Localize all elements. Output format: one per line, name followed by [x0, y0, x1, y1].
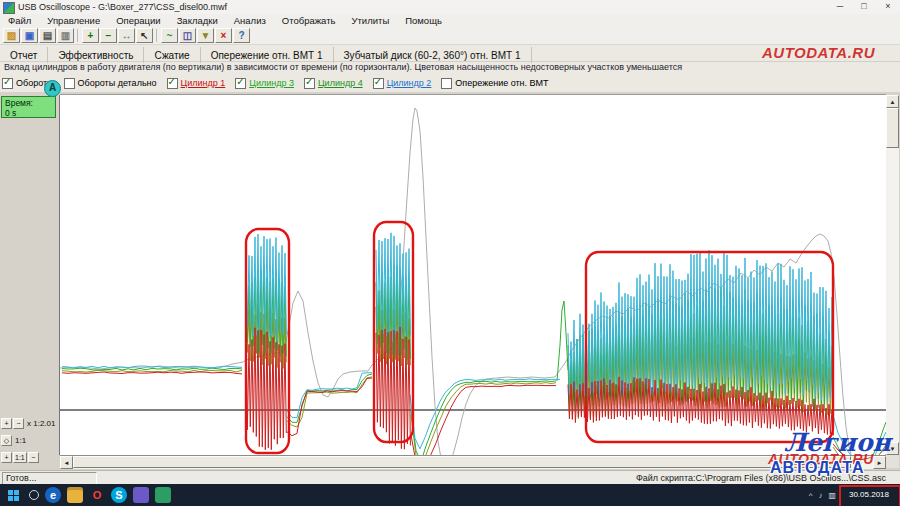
volume-icon[interactable]: ♪	[818, 491, 822, 500]
open-button[interactable]: ▨	[3, 28, 20, 43]
checkbox-cyl1[interactable]: ✓	[167, 78, 178, 89]
filter-advance[interactable]: Опережение отн. ВМТ	[441, 78, 548, 89]
horizontal-scrollbar[interactable]: ◄ ►	[60, 455, 886, 469]
filter-cyl2[interactable]: ✓Цилиндр 2	[373, 78, 432, 89]
close-button[interactable]: ×	[876, 0, 900, 14]
tray-expand-icon[interactable]: ^	[809, 491, 813, 500]
filter-label-cyl2: Цилиндр 2	[387, 78, 432, 88]
explorer-icon[interactable]	[67, 487, 83, 503]
zoom-row-0: +−x 1:2.01	[1, 416, 59, 431]
zoom-out-button[interactable]: −	[100, 28, 117, 43]
cursor-button[interactable]: ↖	[136, 28, 153, 43]
open-icon: ▨	[7, 30, 16, 41]
zoom-controls: +−x 1:2.01◇1:1+1:1−	[1, 416, 59, 467]
chart-button[interactable]: ~	[161, 28, 178, 43]
checkbox-rpm[interactable]: ✓	[2, 78, 13, 89]
legend-filter-row: ✓ОборотыОбороты детально✓Цилиндр 1✓Цилин…	[2, 74, 898, 92]
scale-mode-button[interactable]: ◇	[1, 435, 12, 446]
zoom-in-icon: +	[88, 30, 94, 41]
app-icon-1[interactable]	[133, 487, 149, 503]
zoom-row-label: 1:1	[15, 436, 26, 445]
filter-cyl4[interactable]: ✓Цилиндр 4	[304, 78, 363, 89]
scroll-left-button[interactable]: ◄	[60, 456, 73, 469]
waveform-plot[interactable]	[60, 95, 886, 455]
save-icon: ▣	[25, 30, 34, 41]
taskbar-app-icons: eOS	[42, 487, 174, 503]
filter-rpm-detail[interactable]: Обороты детально	[64, 78, 157, 89]
marker-badge: A	[44, 80, 61, 97]
checkbox-cyl3[interactable]: ✓	[235, 78, 246, 89]
menu-file[interactable]: Файл	[0, 14, 39, 27]
trace-1	[62, 370, 242, 372]
tabs-row: ОтчетЭффективностьСжатиеОпережение отн. …	[0, 45, 900, 62]
minimize-button[interactable]: ─	[828, 0, 852, 14]
window-title: USB Oscilloscope - G:\Boxer_277\CSS_dise…	[18, 0, 227, 14]
print-button[interactable]: ▤	[39, 28, 56, 43]
windows-logo-icon	[8, 490, 19, 501]
zoom-x-in-button[interactable]: +	[1, 418, 12, 429]
menu-display[interactable]: Отображать	[274, 14, 344, 27]
menu-analysis[interactable]: Анализ	[226, 14, 274, 27]
horizontal-scroll-thumb[interactable]	[73, 456, 851, 468]
grid-button[interactable]: ◫	[179, 28, 196, 43]
network-icon[interactable]: ▥	[828, 491, 836, 500]
filter-label-rpm-detail: Обороты детально	[78, 78, 157, 88]
menu-bar: ФайлУправлениеОперацииЗакладкиАнализОтоб…	[0, 14, 900, 27]
copy-icon: ▥	[61, 30, 70, 41]
application-window: USB Oscilloscope - G:\Boxer_277\CSS_dise…	[0, 0, 900, 506]
grid-icon: ◫	[183, 30, 192, 41]
skype-icon[interactable]: S	[111, 487, 127, 503]
start-button[interactable]	[0, 484, 26, 506]
checkbox-rpm-detail[interactable]	[64, 78, 75, 89]
description-text: Вклад цилиндров в работу двигателя (по в…	[4, 61, 896, 74]
save-button[interactable]: ▣	[21, 28, 38, 43]
filter-label-advance: Опережение отн. ВМТ	[455, 78, 548, 88]
vertical-scroll-thumb[interactable]	[886, 108, 899, 148]
vertical-scrollbar[interactable]: ▲ ▼	[886, 95, 899, 455]
watermark-clock-frame	[839, 485, 900, 506]
menu-operations[interactable]: Операции	[108, 14, 168, 27]
zoom-y-out-button[interactable]: −	[28, 452, 39, 463]
zoom-in-button[interactable]: +	[82, 28, 99, 43]
search-icon[interactable]	[26, 484, 42, 506]
filter-label-cyl4: Цилиндр 4	[318, 78, 363, 88]
marker-button[interactable]: ▼	[197, 28, 214, 43]
zoom-row-2: +1:1−	[1, 450, 59, 465]
script-path-text: Файл скрипта:C:\Program Files (x86)\USB …	[636, 472, 886, 484]
window-controls: ─□×	[828, 0, 900, 14]
check-icon: ✓	[168, 76, 176, 87]
trace-0	[60, 108, 886, 455]
time-indicator: Время: 0 s	[1, 96, 56, 118]
zoom-y-in-button[interactable]: +	[1, 452, 12, 463]
checkbox-cyl4[interactable]: ✓	[304, 78, 315, 89]
menu-utilities[interactable]: Утилиты	[343, 14, 397, 27]
filter-cyl3[interactable]: ✓Цилиндр 3	[235, 78, 294, 89]
zoom-fit-button[interactable]: ↔	[118, 28, 135, 43]
zoom-x-out-button[interactable]: −	[13, 418, 24, 429]
chart-icon: ~	[167, 30, 173, 41]
menu-bookmarks[interactable]: Закладки	[169, 14, 226, 27]
opera-icon[interactable]: O	[89, 487, 105, 503]
check-icon: ✓	[3, 76, 11, 87]
toolbar: ▨▣▤▥+−↔↖~◫▼×?	[0, 27, 900, 45]
checkbox-cyl2[interactable]: ✓	[373, 78, 384, 89]
stop-icon: ×	[221, 30, 227, 41]
check-icon: ✓	[236, 76, 244, 87]
maximize-button[interactable]: □	[852, 0, 876, 14]
chart-zone: Время: 0 s ▲ ▼ ◄ ► +−x 1:2.01◇1:1+1:1−	[0, 92, 900, 470]
scroll-up-button[interactable]: ▲	[886, 95, 899, 108]
copy-button[interactable]: ▥	[57, 28, 74, 43]
scroll-down-button[interactable]: ▼	[886, 442, 899, 455]
time-value: 0 s	[5, 108, 55, 118]
scroll-right-button[interactable]: ►	[873, 456, 886, 469]
app-icon-2[interactable]	[155, 487, 171, 503]
edge-icon[interactable]: e	[45, 487, 61, 503]
checkbox-advance[interactable]	[441, 78, 452, 89]
stop-button[interactable]: ×	[215, 28, 232, 43]
help-button[interactable]: ?	[233, 28, 250, 43]
menu-help[interactable]: Помощь	[397, 14, 450, 27]
menu-control[interactable]: Управление	[39, 14, 108, 27]
filter-cyl1[interactable]: ✓Цилиндр 1	[167, 78, 226, 89]
toolbar-separator	[77, 29, 78, 42]
scale-1to1-button[interactable]: 1:1	[13, 452, 27, 463]
